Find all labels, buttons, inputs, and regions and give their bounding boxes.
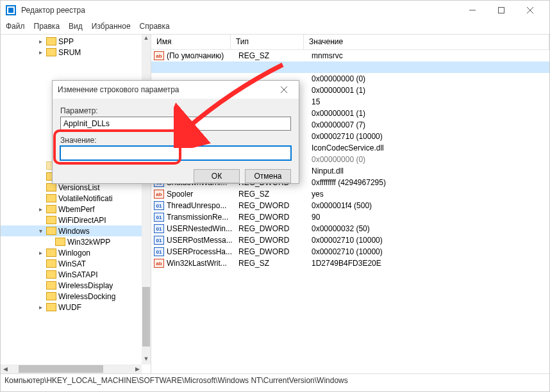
cell-value: 0x00000001 (1) — [306, 86, 549, 95]
string-value-icon: ab — [154, 259, 164, 268]
ok-button[interactable]: ОК — [194, 169, 240, 183]
cell-type: REG_SZ — [233, 259, 306, 268]
list-row[interactable]: 01ThreadUnrespo...REG_DWORD0x000001f4 (5… — [151, 200, 549, 211]
tree-item-label: WirelessDocking — [58, 292, 115, 301]
menu-view[interactable]: Вид — [69, 22, 83, 31]
column-type[interactable]: Тип — [231, 35, 304, 49]
cell-value: 0x00000001 (1) — [306, 109, 549, 118]
tree-item-label: WbemPerf — [58, 205, 95, 214]
cell-type: REG_SZ — [233, 190, 306, 199]
minimize-button[interactable] — [458, 1, 487, 19]
column-value[interactable]: Значение — [304, 35, 549, 49]
cell-name: TransmissionRe... — [167, 213, 233, 222]
tree-item-label: WUDF — [58, 303, 81, 312]
list-row[interactable]: 01USERNestedWin...REG_DWORD0x00000032 (5… — [151, 223, 549, 234]
tree-item[interactable]: ▸Winlogon — [1, 247, 142, 258]
maximize-button[interactable] — [487, 1, 515, 19]
tree-item-label: SPP — [58, 37, 74, 46]
list-header: Имя Тип Значение — [151, 35, 549, 50]
cell-type: REG_DWORD — [233, 236, 306, 245]
cell-value: yes — [306, 190, 549, 199]
value-input[interactable] — [60, 146, 291, 160]
cancel-button[interactable]: Отмена — [245, 169, 291, 183]
expand-icon[interactable]: ▸ — [37, 38, 44, 45]
cell-value: 0x00000000 (0) — [306, 155, 549, 164]
folder-icon — [46, 48, 56, 56]
param-label: Параметр: — [60, 106, 291, 115]
menu-help[interactable]: Справка — [140, 22, 170, 31]
folder-icon — [46, 37, 56, 45]
list-row[interactable]: ab — [151, 61, 549, 73]
tree-item[interactable]: VolatileNotificati — [1, 193, 142, 204]
folder-icon — [46, 205, 56, 213]
list-row[interactable]: abSpoolerREG_SZyes — [151, 188, 549, 200]
tree-item-label: VolatileNotificati — [58, 194, 113, 203]
tree-item[interactable]: WiFiDirectAPI — [1, 215, 142, 225]
status-bar: Компьютер\HKEY_LOCAL_MACHINE\SOFTWARE\Mi… — [1, 373, 549, 388]
folder-icon — [46, 292, 56, 300]
expand-icon[interactable]: ▸ — [37, 49, 44, 56]
tree-item[interactable]: WinSAT — [1, 258, 142, 269]
cell-type: REG_DWORD — [233, 201, 306, 210]
cell-value: 0x00002710 (10000) — [306, 236, 549, 245]
tree-item-label: SRUM — [58, 48, 81, 57]
folder-icon — [46, 270, 56, 279]
tree-item[interactable]: WinSATAPI — [1, 269, 142, 280]
param-input[interactable] — [60, 117, 291, 131]
folder-icon — [46, 249, 56, 257]
tree-item[interactable]: ▸WUDF — [1, 302, 142, 313]
cell-value: 0x000001f4 (500) — [306, 201, 549, 210]
expand-icon[interactable]: ▸ — [37, 249, 44, 256]
list-row[interactable]: abWin32kLastWrit...REG_SZ1D2749B4FD3E20E — [151, 257, 549, 269]
binary-value-icon: 01 — [154, 247, 164, 256]
binary-value-icon: 01 — [154, 224, 164, 233]
cell-value: mnmsrvc — [306, 51, 549, 60]
cell-type: REG_DWORD — [233, 224, 306, 233]
window-title: Редактор реестра — [21, 6, 458, 15]
folder-icon — [46, 194, 56, 202]
edit-string-dialog: Изменение строкового параметра Параметр:… — [52, 80, 299, 184]
tree-item[interactable]: WirelessDisplay — [1, 280, 142, 291]
list-row[interactable]: ab(По умолчанию)REG_SZmnmsrvc — [151, 50, 549, 61]
cell-value: 0x00000007 (7) — [306, 120, 549, 129]
cell-value: 15 — [306, 97, 549, 106]
list-row[interactable]: 01USERProcessHa...REG_DWORD0x00002710 (1… — [151, 246, 549, 257]
folder-icon — [46, 216, 56, 224]
folder-icon — [46, 259, 56, 268]
cell-name: USERPostMessa... — [167, 236, 233, 245]
tree-item[interactable]: Win32kWPP — [1, 236, 142, 247]
cell-value: 90 — [306, 213, 549, 222]
cell-name: Win32kLastWrit... — [167, 259, 233, 268]
folder-icon — [55, 238, 65, 246]
app-icon — [6, 5, 16, 15]
tree-item[interactable]: WirelessDocking — [1, 291, 142, 302]
cell-value: 0x00002710 (10000) — [306, 132, 549, 141]
list-row[interactable]: 01USERPostMessa...REG_DWORD0x00002710 (1… — [151, 234, 549, 246]
tree-item[interactable]: ▾Windows — [1, 225, 142, 236]
cell-type: REG_DWORD — [233, 247, 306, 256]
folder-icon — [46, 227, 56, 235]
menu-file[interactable]: Файл — [6, 22, 25, 31]
expand-icon[interactable]: ▸ — [37, 304, 44, 311]
close-button[interactable] — [515, 1, 544, 19]
cell-name: ThreadUnrespo... — [167, 201, 233, 210]
binary-value-icon: 01 — [154, 201, 164, 210]
expand-icon[interactable]: ▸ — [37, 206, 44, 213]
binary-value-icon: 01 — [154, 213, 164, 222]
cell-value: 0x00000032 (50) — [306, 224, 549, 233]
expand-icon[interactable]: ▾ — [37, 227, 44, 234]
binary-value-icon: 01 — [154, 236, 164, 245]
column-name[interactable]: Имя — [151, 35, 231, 49]
tree-item[interactable]: ▸SPP — [1, 36, 142, 47]
cell-value: 0x00000000 (0) — [306, 74, 549, 83]
menu-edit[interactable]: Правка — [34, 22, 60, 31]
tree-scroll-horizontal[interactable]: ◀▶ — [1, 364, 142, 373]
list-row[interactable]: 01TransmissionRe...REG_DWORD90 — [151, 211, 549, 223]
tree-item-label: Win32kWPP — [67, 238, 110, 247]
dialog-close-button[interactable] — [274, 83, 294, 97]
tree-item[interactable]: ▸WbemPerf — [1, 204, 142, 215]
menu-favorites[interactable]: Избранное — [92, 22, 131, 31]
tree-item[interactable]: ▸SRUM — [1, 47, 142, 58]
dialog-title: Изменение строкового параметра — [58, 85, 274, 94]
string-value-icon: ab — [154, 51, 164, 60]
